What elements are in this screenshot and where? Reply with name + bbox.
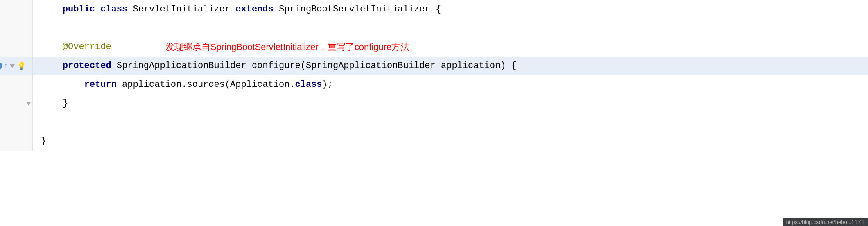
line-gutter-1 — [0, 0, 33, 19]
keyword-return: return — [84, 75, 117, 94]
line-gutter-7 — [0, 113, 33, 132]
line-content-7 — [33, 113, 41, 132]
extends-class: SpringBootServletInitializer { — [274, 0, 441, 19]
chinese-comment: 发现继承自SpringBootServletInitializer，重写了con… — [165, 38, 410, 56]
keyword-class: class — [100, 0, 127, 19]
keyword-public: public — [63, 0, 95, 19]
keyword-class-literal: class — [295, 75, 322, 94]
semicolon: ); — [322, 75, 333, 94]
code-token — [41, 0, 63, 19]
configure-sig: SpringApplicationBuilder configure(Sprin… — [111, 56, 517, 75]
breakpoint-icon[interactable] — [0, 63, 2, 69]
code-line-5: return application.sources(Application. … — [0, 75, 868, 94]
code-line-2 — [0, 19, 868, 38]
lightbulb-icon[interactable]: 💡 — [17, 61, 26, 70]
return-stmt: application.sources(Application. — [117, 75, 295, 94]
line-gutter-6 — [0, 94, 33, 113]
editor-container: public class ServletInitializer extends … — [0, 0, 868, 226]
line-content-2 — [33, 19, 41, 38]
debug-arrow-icon: ↑ — [4, 63, 8, 69]
code-space — [95, 0, 100, 19]
code-line-7 — [0, 113, 868, 132]
line-gutter-8 — [0, 132, 33, 151]
line-content-8: } — [33, 132, 46, 151]
indent-5 — [41, 75, 84, 94]
closing-brace-inner: } — [41, 94, 68, 113]
spaces — [111, 38, 165, 56]
code-line-4: ↑ 💡 protected SpringApplicationBuilder c… — [0, 56, 868, 75]
fold-close-icon[interactable] — [27, 99, 31, 108]
code-area: public class ServletInitializer extends … — [0, 0, 868, 226]
line-gutter-2 — [0, 19, 33, 38]
line-content-6: } — [33, 94, 68, 113]
line-content-3: @Override 发现继承自SpringBootServletInitiali… — [33, 38, 409, 56]
line-4-icons: ↑ 💡 — [0, 61, 28, 70]
line-content-1: public class ServletInitializer extends … — [33, 0, 441, 19]
code-line-1: public class ServletInitializer extends … — [0, 0, 868, 19]
code-line-3: @Override 发现继承自SpringBootServletInitiali… — [0, 38, 868, 56]
annotation-override: @Override — [63, 38, 111, 56]
closing-brace-outer: } — [41, 132, 46, 151]
indent — [41, 38, 63, 56]
fold-icon[interactable] — [9, 62, 16, 70]
line-gutter-5 — [0, 75, 33, 94]
keyword-protected: protected — [63, 56, 111, 75]
class-name: ServletInitializer — [127, 0, 235, 19]
line-gutter-4: ↑ 💡 — [0, 56, 33, 75]
code-line-6: } — [0, 94, 868, 113]
keyword-extends: extends — [235, 0, 273, 19]
code-line-8: } — [0, 132, 868, 151]
line-content-4: protected SpringApplicationBuilder confi… — [33, 56, 868, 75]
indent-4 — [41, 56, 63, 75]
line-gutter-3 — [0, 38, 33, 56]
line-content-5: return application.sources(Application. … — [33, 75, 333, 94]
status-text: https://blog.csdn.net/hebo...11:41 — [786, 219, 865, 225]
status-bar: https://blog.csdn.net/hebo...11:41 — [783, 218, 868, 226]
